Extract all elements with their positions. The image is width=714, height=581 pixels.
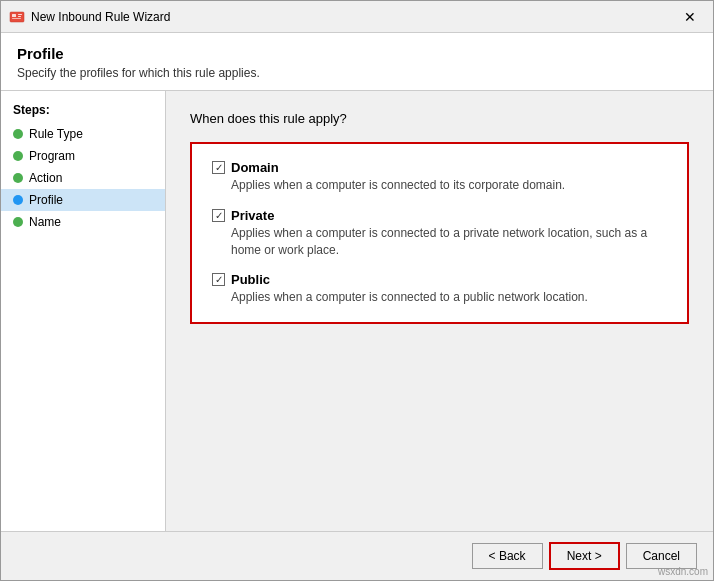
page-title: Profile [17, 45, 697, 62]
option-desc-domain: Applies when a computer is connected to … [231, 177, 667, 194]
sidebar-item-action[interactable]: Action [1, 167, 165, 189]
svg-rect-4 [12, 18, 21, 19]
window: New Inbound Rule Wizard ✕ Profile Specif… [0, 0, 714, 581]
footer: < Back Next > Cancel [1, 531, 713, 580]
option-title-public: Public [231, 272, 270, 287]
option-public: ✓PublicApplies when a computer is connec… [212, 272, 667, 306]
sidebar-item-label-program: Program [29, 149, 75, 163]
sidebar-item-rule-type[interactable]: Rule Type [1, 123, 165, 145]
watermark: wsxdn.com [658, 566, 708, 577]
svg-rect-1 [12, 14, 16, 17]
back-button[interactable]: < Back [472, 543, 543, 569]
sidebar-item-label-profile: Profile [29, 193, 63, 207]
sidebar-item-program[interactable]: Program [1, 145, 165, 167]
checkbox-visual-public: ✓ [212, 273, 225, 286]
options-box: ✓DomainApplies when a computer is connec… [190, 142, 689, 324]
checkbox-domain[interactable]: ✓ [212, 161, 225, 174]
next-button[interactable]: Next > [549, 542, 620, 570]
page-subtitle: Specify the profiles for which this rule… [17, 66, 697, 80]
step-dot-action [13, 173, 23, 183]
sidebar-item-label-name: Name [29, 215, 61, 229]
option-desc-private: Applies when a computer is connected to … [231, 225, 667, 259]
main-panel: When does this rule apply? ✓DomainApplie… [166, 91, 713, 531]
checkbox-public[interactable]: ✓ [212, 273, 225, 286]
option-desc-public: Applies when a computer is connected to … [231, 289, 667, 306]
sidebar-item-label-rule-type: Rule Type [29, 127, 83, 141]
option-private: ✓PrivateApplies when a computer is conne… [212, 208, 667, 259]
title-bar: New Inbound Rule Wizard ✕ [1, 1, 713, 33]
step-dot-name [13, 217, 23, 227]
option-title-private: Private [231, 208, 274, 223]
option-title-domain: Domain [231, 160, 279, 175]
content-area: Steps: Rule TypeProgramActionProfileName… [1, 91, 713, 531]
svg-rect-0 [10, 12, 24, 22]
step-dot-program [13, 151, 23, 161]
svg-rect-2 [18, 14, 22, 15]
checkbox-visual-private: ✓ [212, 209, 225, 222]
close-button[interactable]: ✕ [667, 1, 713, 33]
header-area: Profile Specify the profiles for which t… [1, 33, 713, 91]
question-text: When does this rule apply? [190, 111, 689, 126]
sidebar-item-name[interactable]: Name [1, 211, 165, 233]
step-dot-profile [13, 195, 23, 205]
app-icon [9, 9, 25, 25]
sidebar-item-profile[interactable]: Profile [1, 189, 165, 211]
option-domain: ✓DomainApplies when a computer is connec… [212, 160, 667, 194]
steps-label: Steps: [1, 103, 165, 123]
title-bar-text: New Inbound Rule Wizard [31, 10, 667, 24]
sidebar: Steps: Rule TypeProgramActionProfileName [1, 91, 166, 531]
checkbox-private[interactable]: ✓ [212, 209, 225, 222]
checkbox-visual-domain: ✓ [212, 161, 225, 174]
step-dot-rule-type [13, 129, 23, 139]
sidebar-item-label-action: Action [29, 171, 62, 185]
svg-rect-3 [18, 16, 21, 17]
